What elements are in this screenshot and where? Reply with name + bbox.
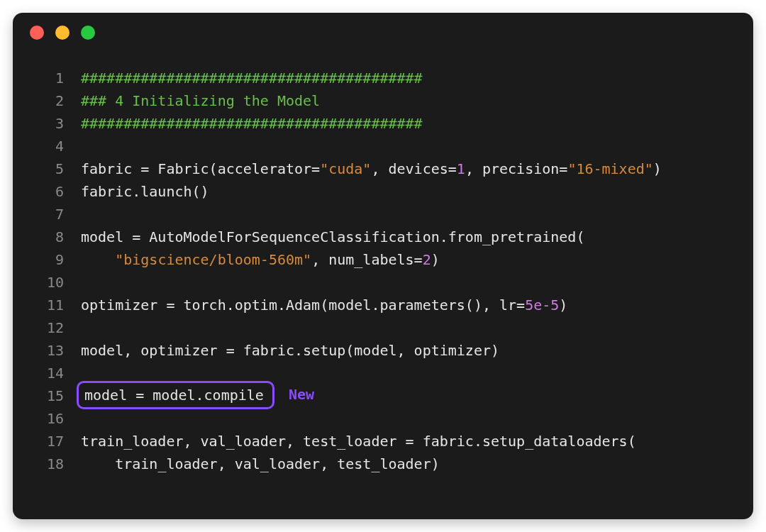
line-number: 5 bbox=[30, 160, 81, 177]
line-number: 10 bbox=[30, 274, 81, 291]
code-line: 4 bbox=[30, 135, 736, 157]
line-number: 2 bbox=[30, 92, 81, 109]
code-text: fabric = Fabric(accelerator="cuda", devi… bbox=[81, 160, 662, 177]
code-editor[interactable]: 1 ######################################… bbox=[30, 67, 736, 475]
code-window: 1 ######################################… bbox=[13, 13, 753, 519]
code-text: fabric.launch() bbox=[81, 183, 209, 200]
code-text: ### 4 Initializing the Model bbox=[81, 92, 320, 109]
line-number: 16 bbox=[30, 410, 81, 427]
code-text: ######################################## bbox=[81, 115, 423, 132]
line-number: 18 bbox=[30, 455, 81, 472]
line-number: 8 bbox=[30, 228, 81, 245]
code-line: 17 train_loader, val_loader, test_loader… bbox=[30, 430, 736, 453]
code-line: 18 train_loader, val_loader, test_loader… bbox=[30, 453, 736, 475]
code-text: "bigscience/bloom-560m", num_labels=2) bbox=[81, 251, 440, 268]
close-icon[interactable] bbox=[30, 26, 44, 40]
code-text: model = AutoModelForSequenceClassificati… bbox=[81, 228, 584, 245]
line-number: 3 bbox=[30, 115, 81, 132]
code-line: 2 ### 4 Initializing the Model bbox=[30, 89, 736, 112]
new-badge: New bbox=[289, 386, 314, 403]
code-line: 5 fabric = Fabric(accelerator="cuda", de… bbox=[30, 157, 736, 180]
line-number: 12 bbox=[30, 319, 81, 336]
maximize-icon[interactable] bbox=[81, 26, 95, 40]
line-number: 7 bbox=[30, 206, 81, 223]
code-text: train_loader, val_loader, test_loader = … bbox=[81, 433, 636, 450]
minimize-icon[interactable] bbox=[55, 26, 70, 40]
code-line: 6 fabric.launch() bbox=[30, 180, 736, 203]
highlight-box: model = model.compile bbox=[77, 381, 274, 409]
line-number: 17 bbox=[30, 433, 81, 450]
code-line: 12 bbox=[30, 316, 736, 339]
window-controls bbox=[30, 26, 95, 40]
line-number: 11 bbox=[30, 297, 81, 314]
line-number: 6 bbox=[30, 183, 81, 200]
code-text: model, optimizer = fabric.setup(model, o… bbox=[81, 342, 499, 359]
code-line: 8 model = AutoModelForSequenceClassifica… bbox=[30, 226, 736, 248]
code-line: 16 bbox=[30, 407, 736, 430]
line-number: 15 bbox=[30, 387, 81, 404]
code-line: 10 bbox=[30, 271, 736, 294]
code-line: 13 model, optimizer = fabric.setup(model… bbox=[30, 339, 736, 362]
code-line: 3 ######################################… bbox=[30, 112, 736, 135]
code-line: 11 optimizer = torch.optim.Adam(model.pa… bbox=[30, 294, 736, 316]
code-text: model = model.compile bbox=[84, 387, 264, 404]
code-line-highlighted: 15 model = model.compile New bbox=[30, 384, 736, 407]
line-number: 4 bbox=[30, 138, 81, 155]
code-text: optimizer = torch.optim.Adam(model.param… bbox=[81, 297, 567, 314]
code-line: 1 ######################################… bbox=[30, 67, 736, 89]
code-text: train_loader, val_loader, test_loader) bbox=[81, 455, 440, 472]
line-number: 14 bbox=[30, 365, 81, 382]
line-number: 13 bbox=[30, 342, 81, 359]
line-number: 1 bbox=[30, 70, 81, 87]
code-text: ######################################## bbox=[81, 70, 423, 87]
code-line: 7 bbox=[30, 203, 736, 226]
line-number: 9 bbox=[30, 251, 81, 268]
code-line: 9 "bigscience/bloom-560m", num_labels=2) bbox=[30, 248, 736, 271]
